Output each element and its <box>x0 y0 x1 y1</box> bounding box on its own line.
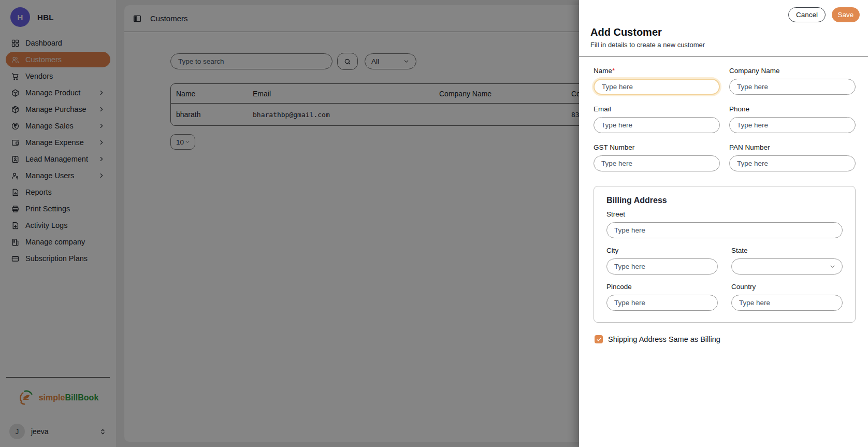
email-label: Email <box>594 105 720 113</box>
drawer-header: Add Customer Fill in details to create a… <box>579 25 868 56</box>
pincode-label: Pincode <box>606 283 718 291</box>
street-label: Street <box>606 210 843 218</box>
field-pincode: Pincode <box>606 283 718 311</box>
shipping-same-row: Shipping Address Same as Billing <box>594 335 856 343</box>
company-name-label: Company Name <box>729 67 856 75</box>
app-root: H HBL Dashboard Customers Vendors Manage… <box>0 0 868 447</box>
field-name: Name* <box>594 67 720 95</box>
field-city: City <box>606 247 718 275</box>
pan-number-field[interactable] <box>729 155 856 171</box>
drawer-title: Add Customer <box>590 26 857 38</box>
state-select[interactable] <box>731 258 843 275</box>
country-field[interactable] <box>731 295 843 311</box>
chevron-down-icon <box>829 263 836 270</box>
shipping-same-checkbox[interactable] <box>595 335 603 343</box>
street-field[interactable] <box>606 222 843 238</box>
pincode-field[interactable] <box>606 295 718 311</box>
field-gst-number: GST Number <box>594 143 720 171</box>
modal-backdrop[interactable] <box>0 0 579 447</box>
field-email: Email <box>594 105 720 133</box>
drawer-subtitle: Fill in details to create a new customer <box>590 41 857 49</box>
drawer-actions: Cancel Save <box>579 0 868 25</box>
field-company-name: Company Name <box>729 67 856 95</box>
country-label: Country <box>731 283 843 291</box>
name-field[interactable] <box>594 79 720 95</box>
phone-label: Phone <box>729 105 856 113</box>
billing-address-section: Billing Address Street City State <box>594 186 856 323</box>
city-label: City <box>606 247 718 254</box>
field-pan-number: PAN Number <box>729 143 856 171</box>
state-label: State <box>731 247 843 254</box>
save-button[interactable]: Save <box>832 7 860 22</box>
name-label: Name* <box>594 67 720 75</box>
shipping-same-label: Shipping Address Same as Billing <box>608 335 720 343</box>
cancel-button[interactable]: Cancel <box>788 7 826 22</box>
field-country: Country <box>731 283 843 311</box>
pan-number-label: PAN Number <box>729 143 856 151</box>
customer-fields: Name* Company Name Email Phone GST Numbe… <box>594 67 856 171</box>
city-field[interactable] <box>606 258 718 275</box>
field-state: State <box>731 247 843 275</box>
billing-address-title: Billing Address <box>602 196 847 205</box>
gst-number-field[interactable] <box>594 155 720 171</box>
required-asterisk: * <box>612 67 615 75</box>
check-icon <box>596 337 602 342</box>
company-name-field[interactable] <box>729 79 856 95</box>
email-field[interactable] <box>594 117 720 133</box>
field-street: Street <box>606 210 843 238</box>
drawer-body: Name* Company Name Email Phone GST Numbe… <box>579 56 868 343</box>
add-customer-drawer: Cancel Save Add Customer Fill in details… <box>579 0 868 447</box>
gst-number-label: GST Number <box>594 143 720 151</box>
field-phone: Phone <box>729 105 856 133</box>
phone-field[interactable] <box>729 117 856 133</box>
